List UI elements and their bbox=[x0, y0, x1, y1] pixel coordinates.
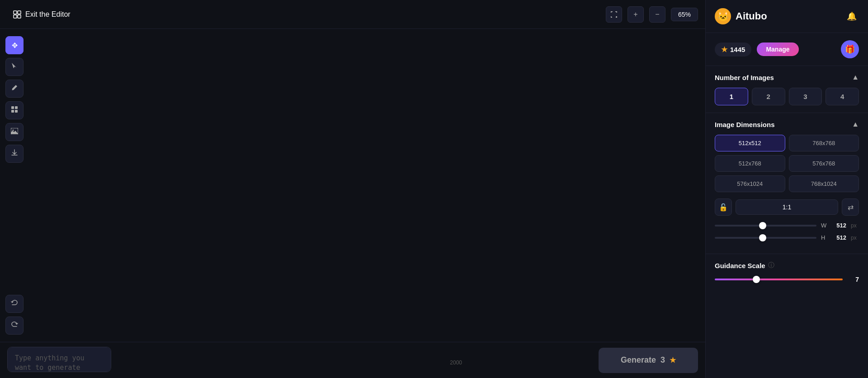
height-row: H 512 px bbox=[715, 234, 859, 241]
svg-rect-1 bbox=[18, 11, 21, 14]
generate-button[interactable]: Generate 3 ★ bbox=[599, 348, 698, 373]
height-value: 512 bbox=[833, 234, 846, 241]
move-tool-button[interactable]: ✥ bbox=[5, 36, 24, 54]
dim-512x512[interactable]: 512x512 bbox=[715, 135, 785, 151]
svg-rect-0 bbox=[14, 11, 17, 14]
manage-label: Manage bbox=[766, 46, 789, 53]
num-images-section: Number of Images ▲ 1 2 3 4 bbox=[706, 66, 868, 113]
num-images-2[interactable]: 2 bbox=[752, 88, 785, 105]
ratio-input[interactable] bbox=[736, 199, 838, 215]
plus-icon: + bbox=[633, 10, 637, 19]
generate-label: Generate bbox=[621, 355, 656, 365]
move-icon: ✥ bbox=[12, 41, 18, 50]
chevron-up-icon-dims: ▲ bbox=[852, 120, 859, 128]
dim-576x1024[interactable]: 576x1024 bbox=[715, 175, 785, 192]
top-bar-right: + − 65% bbox=[606, 6, 698, 23]
brand-name: Aitubo bbox=[736, 10, 767, 22]
dim-768x1024[interactable]: 768x1024 bbox=[789, 175, 859, 192]
left-toolbar: ✥ bbox=[0, 29, 29, 342]
zoom-out-button[interactable]: − bbox=[649, 6, 665, 23]
credits-row: ★ 1445 Manage 🎁 bbox=[706, 33, 868, 66]
logo-icon: 🐱 bbox=[715, 8, 731, 24]
zoom-level: 65% bbox=[671, 8, 698, 21]
redo-button[interactable] bbox=[5, 317, 24, 335]
right-panel: 🐱 Aitubo 🔔 ★ 1445 Manage 🎁 Number of Ima… bbox=[705, 0, 868, 378]
height-label: H bbox=[821, 234, 828, 241]
num-images-header: Number of Images ▲ bbox=[715, 73, 859, 81]
manage-button[interactable]: Manage bbox=[757, 43, 798, 56]
num-images-1[interactable]: 1 bbox=[715, 88, 748, 105]
pen-tool-button[interactable] bbox=[5, 80, 24, 98]
dimensions-header: Image Dimensions ▲ bbox=[715, 120, 859, 128]
pen-icon bbox=[11, 85, 18, 93]
width-slider[interactable] bbox=[715, 225, 816, 227]
info-icon[interactable]: ⓘ bbox=[768, 261, 774, 269]
gift-icon: 🎁 bbox=[845, 44, 855, 54]
minus-icon: − bbox=[655, 10, 659, 19]
dimensions-section: Image Dimensions ▲ 512x512 768x768 512x7… bbox=[706, 113, 868, 254]
prompt-input[interactable] bbox=[7, 347, 111, 372]
top-bar: Exit the Editor + − 65% bbox=[0, 0, 705, 29]
select-tool-button[interactable] bbox=[5, 58, 24, 76]
redo-icon bbox=[11, 321, 18, 330]
pattern-tool-button[interactable] bbox=[5, 101, 24, 119]
width-unit: px bbox=[851, 222, 859, 229]
guidance-title: Guidance Scale bbox=[715, 262, 765, 269]
guidance-row: 7 bbox=[715, 276, 859, 283]
gift-button[interactable]: 🎁 bbox=[841, 40, 859, 58]
download-tool-button[interactable] bbox=[5, 145, 24, 163]
svg-rect-6 bbox=[11, 110, 14, 113]
credits-star-icon: ★ bbox=[721, 45, 727, 54]
dim-576x768[interactable]: 576x768 bbox=[789, 155, 859, 172]
chevron-up-icon: ▲ bbox=[852, 73, 859, 81]
svg-rect-5 bbox=[15, 106, 18, 109]
num-images-collapse[interactable]: ▲ bbox=[852, 73, 859, 81]
notification-button[interactable]: 🔔 bbox=[844, 9, 859, 24]
image-tool-button[interactable] bbox=[5, 123, 24, 141]
dim-768x768[interactable]: 768x768 bbox=[789, 135, 859, 151]
undo-icon bbox=[11, 300, 18, 308]
char-count: 2000 bbox=[450, 359, 462, 366]
zoom-in-button[interactable]: + bbox=[627, 6, 644, 23]
bottom-bar: 2000 Generate 3 ★ bbox=[0, 342, 705, 378]
num-images-4[interactable]: 4 bbox=[826, 88, 859, 105]
credits-badge: ★ 1445 bbox=[715, 43, 751, 57]
width-row: W 512 px bbox=[715, 222, 859, 229]
swap-dimensions-button[interactable]: ⇄ bbox=[842, 198, 859, 216]
generate-cost: 3 bbox=[660, 355, 665, 365]
num-images-3[interactable]: 3 bbox=[789, 88, 822, 105]
panel-header: 🐱 Aitubo 🔔 bbox=[706, 0, 868, 33]
num-images-grid: 1 2 3 4 bbox=[715, 88, 859, 105]
svg-rect-2 bbox=[14, 15, 17, 18]
aspect-lock-button[interactable]: 🔓 bbox=[715, 198, 732, 216]
fullscreen-button[interactable] bbox=[606, 6, 622, 23]
brand-logo: 🐱 Aitubo bbox=[715, 8, 767, 24]
guidance-section: Guidance Scale ⓘ 7 bbox=[706, 254, 868, 290]
height-slider[interactable] bbox=[715, 237, 816, 239]
height-unit: px bbox=[851, 235, 859, 241]
lock-icon: 🔓 bbox=[719, 203, 728, 212]
svg-rect-7 bbox=[15, 110, 18, 113]
guidance-header: Guidance Scale ⓘ bbox=[715, 261, 859, 269]
credits-value: 1445 bbox=[730, 46, 745, 53]
dimensions-grid: 512x512 768x768 512x768 576x768 576x1024… bbox=[715, 135, 859, 192]
editor-area: Exit the Editor + − 65% Click here bbox=[0, 0, 705, 378]
svg-rect-4 bbox=[11, 106, 14, 109]
dimensions-title: Image Dimensions bbox=[715, 121, 775, 128]
guidance-slider[interactable] bbox=[715, 279, 843, 280]
prompt-wrapper: 2000 bbox=[7, 347, 593, 374]
exit-button[interactable]: Exit the Editor bbox=[7, 6, 76, 23]
exit-label: Exit the Editor bbox=[25, 10, 71, 19]
star-icon: ★ bbox=[670, 356, 676, 364]
svg-point-9 bbox=[13, 130, 14, 131]
undo-button[interactable] bbox=[5, 295, 24, 313]
download-icon bbox=[11, 149, 18, 158]
dim-512x768[interactable]: 512x768 bbox=[715, 155, 785, 172]
swap-icon: ⇄ bbox=[848, 203, 854, 212]
ratio-row: 🔓 ⇄ bbox=[715, 198, 859, 216]
bell-icon: 🔔 bbox=[847, 11, 857, 21]
dimensions-collapse[interactable]: ▲ bbox=[852, 120, 859, 128]
pattern-icon bbox=[11, 106, 18, 114]
num-images-title: Number of Images bbox=[715, 74, 774, 81]
svg-rect-3 bbox=[18, 15, 21, 18]
